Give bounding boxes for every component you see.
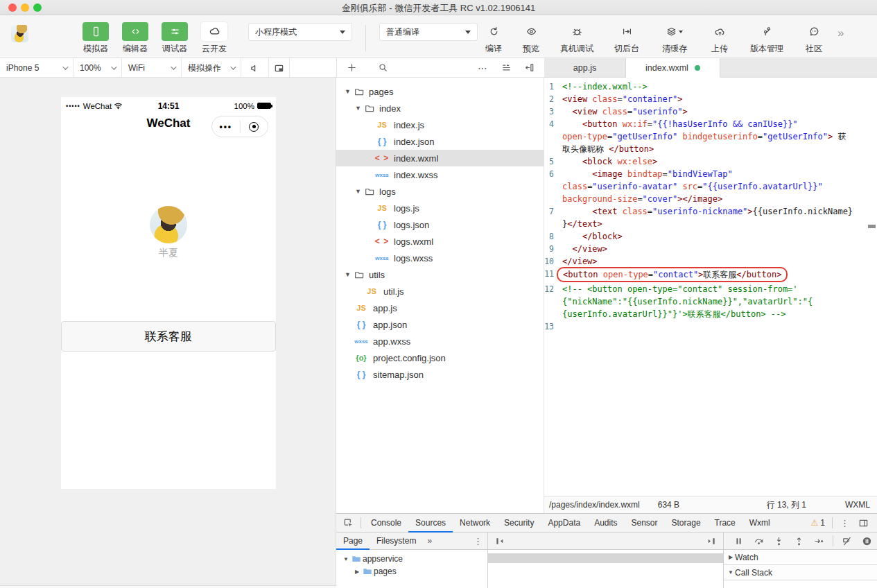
code-line[interactable]: 12<!-- <button open-type="contact" sessi… [544,283,877,295]
tree-folder-pages[interactable]: ▼pages [336,83,544,100]
hide-navigator-icon[interactable] [491,536,510,546]
code-line[interactable]: 10</view> [544,255,877,268]
devtools-tab-trace[interactable]: Trace [708,514,743,533]
expand-arrow-icon[interactable]: ▼ [354,188,363,195]
sim-control-zoom[interactable]: 100% [73,58,122,78]
tree-file-index.wxml[interactable]: < >index.wxml [336,150,544,166]
contact-service-button[interactable]: 联系客服 [61,321,276,352]
toolbar-button-simulator[interactable]: 模拟器 [83,22,109,55]
code-line[interactable]: 7 <text class="userinfo-nickname">{{user… [544,205,877,218]
tree-file-app.wxss[interactable]: wxssapp.wxss [336,333,544,349]
search-icon[interactable] [374,62,392,73]
code-line[interactable]: 9 </view> [544,243,877,255]
tree-file-logs.wxss[interactable]: wxsslogs.wxss [336,250,544,266]
code-editor[interactable]: 1<!--index.wxml-->2<view class="containe… [544,78,877,496]
devtools-tab-audits[interactable]: Audits [587,514,624,533]
new-file-icon[interactable] [342,62,361,73]
collapse-sidebar-icon[interactable] [520,62,539,73]
warning-icon[interactable]: ⚠ [811,518,819,528]
source-tree-pages[interactable]: ▶pages [336,565,487,578]
code-line[interactable]: 6 <image bindtap="bindViewTap" [544,168,877,180]
pause-script-icon[interactable] [729,536,748,546]
more-options-icon[interactable]: ⋯ [474,62,492,74]
expand-arrow-icon[interactable]: ▶ [353,569,361,575]
toolbar-action-preview[interactable]: 预览 [517,22,545,55]
tree-file-app.json[interactable]: { }app.json [336,316,544,333]
navigator-tab-filesystem[interactable]: Filesystem [370,533,423,550]
tree-file-index.js[interactable]: JSindex.js [336,116,544,133]
tree-folder-utils[interactable]: ▼utils [336,266,544,283]
code-line[interactable]: 1<!--index.wxml--> [544,80,877,93]
outline-icon[interactable] [497,62,516,73]
capsule-close-button[interactable] [241,116,268,137]
toolbar-action-compile[interactable]: 编译 [480,22,507,55]
navigator-more-tabs[interactable]: » [423,536,436,546]
expand-arrow-icon[interactable]: ▼ [343,88,352,95]
capsule-more-button[interactable]: ••• [212,116,240,137]
toolbar-more-button[interactable]: » [837,26,842,40]
sim-control-device[interactable]: iPhone 5 [0,58,73,78]
language-mode[interactable]: WXML [845,500,870,510]
code-line[interactable]: 13 [544,320,877,333]
tree-file-sitemap.json[interactable]: { }sitemap.json [336,366,544,383]
devtools-tab-network[interactable]: Network [453,514,497,533]
show-debugger-icon[interactable] [702,536,720,546]
project-avatar[interactable] [11,25,28,42]
toolbar-action-remote-debug[interactable]: 真机调试 [555,22,599,55]
toolbar-button-debugger[interactable]: 调试器 [162,22,188,55]
code-line[interactable]: {userInfo.avatarUrl}}"}'>联系客服</button> -… [544,308,877,320]
toolbar-action-switch-background[interactable]: 切后台 [609,22,645,55]
tree-file-logs.json[interactable]: { }logs.json [336,216,544,233]
scrollbar-thumb[interactable] [868,225,876,228]
devtools-tab-console[interactable]: Console [364,514,408,533]
toolbar-button-editor[interactable]: 编辑器 [122,22,148,55]
float-window-button[interactable] [269,58,290,78]
devtools-tab-sources[interactable]: Sources [408,514,453,533]
tree-file-project.config.json[interactable]: {o}project.config.json [336,349,544,366]
toolbar-action-community[interactable]: 社区 [799,22,829,55]
tree-file-logs.js[interactable]: JSlogs.js [336,200,544,216]
navigator-tab-page[interactable]: Page [336,533,370,550]
expand-arrow-icon[interactable]: ▼ [342,556,350,562]
code-line[interactable]: class="userinfo-avatar" src="{{userInfo.… [544,180,877,193]
deactivate-breakpoints-icon[interactable] [837,536,856,546]
step-out-icon[interactable] [790,536,808,546]
expand-arrow-icon[interactable]: ▼ [343,271,352,278]
devtools-tab-security[interactable]: Security [497,514,541,533]
toolbar-action-version-control[interactable]: 版本管理 [745,22,789,55]
code-line[interactable]: 4 <button wx:if="{{!hasUserInfo && canIU… [544,118,877,130]
tree-folder-logs[interactable]: ▼logs [336,183,544,200]
code-line[interactable]: 11<button open-type="contact">联系客服</butt… [544,268,877,283]
step-icon[interactable] [810,536,828,546]
debugger-panel-watch[interactable]: ▶Watch [724,550,877,565]
navigator-menu-icon[interactable]: ⋮ [469,536,487,546]
devtools-tab-storage[interactable]: Storage [665,514,708,533]
code-line[interactable]: open-type="getUserInfo" bindgetuserinfo=… [544,130,877,143]
devtools-tab-sensor[interactable]: Sensor [625,514,665,533]
compile-mode-dropdown[interactable]: 普通编译 [379,23,478,41]
mute-button[interactable] [241,58,269,78]
code-line[interactable]: 取头像昵称 </button> [544,143,877,155]
inspect-element-icon[interactable] [339,518,358,528]
toolbar-action-upload[interactable]: 上传 [704,22,735,55]
mode-dropdown[interactable]: 小程序模式 [248,23,352,41]
tree-folder-index[interactable]: ▼index [336,100,544,116]
sim-control-actions[interactable]: 模拟操作 [182,58,241,78]
code-line[interactable]: 2<view class="container"> [544,93,877,105]
tree-file-logs.wxml[interactable]: < >logs.wxml [336,233,544,250]
editor-tab-app.js[interactable]: app.js [544,58,626,78]
toolbar-button-cloud-dev[interactable]: 云开发 [201,22,227,55]
devtools-menu-icon[interactable]: ⋮ [835,518,854,528]
debugger-panel-call-stack[interactable]: ▼Call Stack [724,565,877,580]
dock-side-icon[interactable] [854,518,873,528]
source-tree-appservice[interactable]: ▼appservice [336,553,487,565]
editor-tab-index.wxml[interactable]: index.wxml [626,58,720,78]
code-line[interactable]: }</text> [544,218,877,230]
warning-count[interactable]: 1 [820,518,825,528]
code-line[interactable]: {"nickName":"{{userInfo.nickName}}","ava… [544,295,877,308]
step-over-icon[interactable] [749,536,768,546]
code-line[interactable]: 8 </block> [544,230,877,243]
user-avatar-image[interactable] [150,206,187,243]
sim-control-network[interactable]: WiFi [122,58,182,78]
step-into-icon[interactable] [770,536,788,546]
